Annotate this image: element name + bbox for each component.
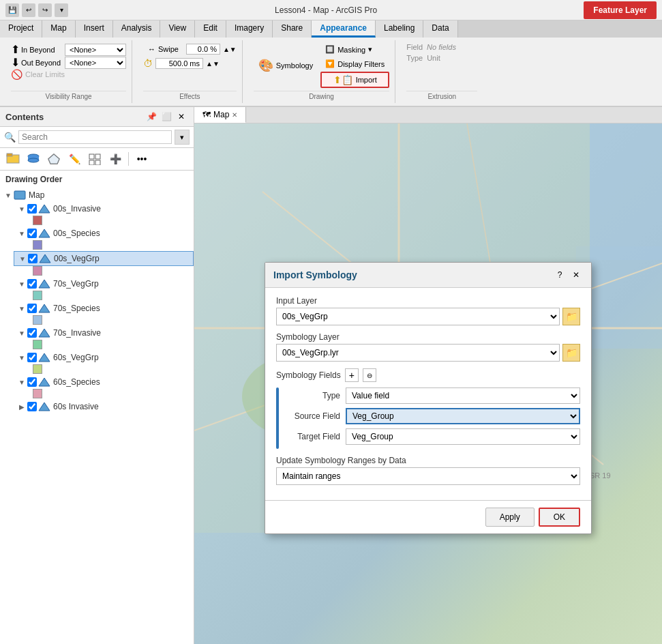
tab-appearance[interactable]: Appearance — [312, 20, 376, 38]
tree-expand-map[interactable]: ▼ — [3, 190, 14, 201]
checkbox-60veggrp[interactable] — [27, 353, 37, 362]
list-item[interactable]: ▼ Map — [0, 188, 194, 202]
expand-veggrp[interactable]: ▼ — [17, 253, 28, 264]
close-panel-btn[interactable]: ✕ — [175, 110, 188, 123]
out-beyond-select[interactable]: <None> — [65, 57, 126, 69]
dialog-footer: Apply OK — [265, 500, 591, 533]
svg-marker-18 — [39, 353, 50, 362]
search-dropdown-btn[interactable]: ▾ — [175, 130, 190, 145]
list-item[interactable]: ▶ 60s Invasive — [14, 400, 194, 413]
expand-60species[interactable]: ▼ — [16, 377, 27, 387]
tab-data[interactable]: Data — [423, 20, 457, 38]
symbology-btn[interactable]: 🎨 Symbology — [254, 56, 318, 75]
tab-imagery[interactable]: Imagery — [226, 20, 273, 38]
input-layer-folder-btn[interactable]: 📁 — [562, 308, 580, 325]
type-label: Type — [284, 391, 346, 400]
tab-labeling[interactable]: Labeling — [376, 20, 423, 38]
display-filters-btn[interactable]: 🔽 Display Filters — [320, 57, 389, 70]
invasive-swatch — [33, 216, 42, 225]
ribbon-content: ⬆ In Beyond <None> ⬇ Out Beyond <None> 🚫… — [0, 38, 662, 106]
save-icon[interactable]: 💾 — [5, 3, 19, 17]
layer-edit-icon[interactable]: ✏️ — [65, 151, 83, 167]
update-ranges-select[interactable]: Maintain ranges — [276, 467, 580, 485]
layer-db-icon[interactable] — [25, 151, 42, 167]
target-field-select[interactable]: Veg_Group — [346, 428, 580, 445]
percent-input[interactable] — [186, 44, 220, 55]
ms-input[interactable] — [155, 58, 203, 69]
checkbox-60invasive[interactable] — [27, 402, 37, 411]
sym-collapse-btn[interactable]: ⊖ — [363, 368, 376, 382]
symbology-layer-folder-btn[interactable]: 📁 — [562, 344, 580, 362]
list-item[interactable]: ▼ 70s_VegGrp — [14, 277, 194, 291]
list-item[interactable]: ▼ 70s_Invasive — [14, 326, 194, 340]
70veggrp-swatch — [33, 291, 42, 300]
feature-layer-tab[interactable]: Feature Layer — [584, 1, 657, 19]
import-label: Import — [356, 76, 377, 84]
import-btn[interactable]: ⬆📋 Import — [320, 72, 389, 88]
tab-insert[interactable]: Insert — [76, 20, 113, 38]
clear-limits-label: Clear Limits — [25, 70, 65, 78]
tab-project[interactable]: Project — [0, 20, 42, 38]
checkbox-veggrp[interactable] — [28, 254, 37, 263]
redo-icon[interactable]: ↪ — [38, 3, 52, 17]
svg-marker-15 — [39, 280, 50, 288]
list-item[interactable]: ▼ 00s_VegGrp — [14, 251, 194, 266]
undo-icon[interactable]: ↩ — [22, 3, 35, 17]
symbology-layer-select[interactable]: 00s_VegGrp.lyr — [276, 344, 560, 362]
checkbox-invasive[interactable] — [27, 204, 37, 214]
in-beyond-select[interactable]: <None> — [65, 44, 126, 56]
dialog-body: Input Layer 00s_VegGrp 📁 Symbology Layer — [265, 288, 591, 500]
effects-top-row: ↔ Swipe ▲▼ — [143, 43, 237, 55]
list-item[interactable]: ▼ 00s_Species — [14, 226, 194, 240]
layer-polygon-icon[interactable] — [45, 151, 63, 167]
layer-70s-invasive-group: ▼ 70s_Invasive — [0, 326, 194, 349]
expand-60veggrp[interactable]: ▼ — [16, 352, 27, 363]
swipe-btn[interactable]: ↔ Swipe — [143, 43, 183, 55]
checkbox-70species[interactable] — [27, 304, 37, 313]
float-btn[interactable]: ⬜ — [160, 110, 173, 123]
dialog-help-btn[interactable]: ? — [553, 268, 567, 282]
ok-button[interactable]: OK — [539, 508, 580, 527]
expand-species[interactable]: ▼ — [16, 228, 27, 239]
ms-spinner[interactable]: ▲▼ — [206, 60, 220, 68]
list-item[interactable]: ▼ 70s_Species — [14, 302, 194, 315]
input-layer-select[interactable]: 00s_VegGrp — [276, 308, 560, 325]
checkbox-60species[interactable] — [27, 377, 37, 387]
expand-70invasive[interactable]: ▼ — [16, 327, 27, 338]
tab-map-view[interactable]: 🗺 Map ✕ — [194, 107, 246, 123]
more-icon[interactable]: ▾ — [55, 3, 68, 17]
percent-spinner[interactable]: ▲▼ — [223, 46, 237, 53]
list-item[interactable]: ▼ 60s_VegGrp — [14, 351, 194, 364]
source-field-select[interactable]: Veg_Group — [346, 408, 580, 424]
expand-70species[interactable]: ▼ — [16, 303, 27, 314]
tab-share[interactable]: Share — [273, 20, 312, 38]
checkbox-70invasive[interactable] — [27, 328, 37, 338]
layer-more-icon[interactable]: ••• — [133, 151, 151, 167]
70invasive-label: 70s_Invasive — [53, 328, 101, 338]
apply-button[interactable]: Apply — [485, 508, 535, 527]
tab-map[interactable]: Map — [42, 20, 75, 38]
sym-add-btn[interactable]: + — [345, 368, 359, 382]
species-layer-icon — [38, 229, 50, 238]
pin-btn[interactable]: 📌 — [145, 110, 158, 123]
list-item[interactable]: ▼ 60s_Species — [14, 375, 194, 389]
tab-analysis[interactable]: Analysis — [113, 20, 161, 38]
expand-60invasive[interactable]: ▶ — [16, 401, 27, 412]
layer-grid-icon[interactable] — [86, 151, 104, 167]
tab-edit[interactable]: Edit — [195, 20, 226, 38]
checkbox-70veggrp[interactable] — [27, 279, 37, 289]
layer-add-icon[interactable]: ➕ — [106, 151, 124, 167]
veggrp-label: 00s_VegGrp — [54, 254, 100, 263]
type-select[interactable]: Value field — [346, 387, 580, 404]
expand-invasive[interactable]: ▼ — [16, 203, 27, 214]
checkbox-species[interactable] — [27, 229, 37, 238]
tab-view[interactable]: View — [160, 20, 195, 38]
search-input[interactable] — [18, 130, 172, 144]
dialog-close-btn[interactable]: ✕ — [569, 268, 583, 282]
map-tab-close-btn[interactable]: ✕ — [232, 111, 237, 119]
masking-btn[interactable]: 🔲 Masking ▾ — [320, 43, 389, 56]
expand-70veggrp[interactable]: ▼ — [16, 278, 27, 289]
svg-marker-17 — [39, 329, 50, 337]
layer-group-icon[interactable] — [4, 151, 22, 167]
list-item[interactable]: ▼ 00s_Invasive — [14, 202, 194, 216]
